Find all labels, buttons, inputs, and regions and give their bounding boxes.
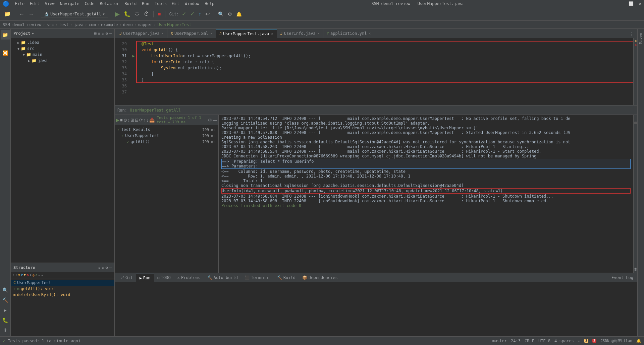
struct-method-delete[interactable]: m deleteUserByid(): void <box>11 292 114 298</box>
status-git-branch[interactable]: master <box>492 339 507 343</box>
run-button[interactable]: ▶ <box>114 10 121 18</box>
tab-close-icon-5[interactable]: ✕ <box>369 31 371 35</box>
run-config-display[interactable]: UserMapperTest.getAll <box>130 108 181 113</box>
collapse-button[interactable]: ⊟ <box>135 118 139 123</box>
collapse-all-icon[interactable]: ⊞ <box>94 31 97 36</box>
tab-userinfo-java[interactable]: J UserInfo.java ✕ <box>277 29 323 38</box>
struct-class[interactable]: C UserMapperTest <box>11 280 114 286</box>
breadcrumb-project[interactable]: SSM_demo1_review <box>3 22 42 27</box>
profile-button[interactable]: ⏱ <box>143 10 151 18</box>
breadcrumb-example[interactable]: example <box>101 22 118 27</box>
breadcrumb-test[interactable]: test <box>59 22 69 27</box>
struct-toolbar-a[interactable]: a <box>26 273 29 277</box>
run-settings-icon[interactable]: ⚙ <box>208 118 212 123</box>
menu-run[interactable]: Run <box>142 1 149 6</box>
code-content[interactable]: @Test void getAll() { List<UserInfo> ret… <box>136 38 633 105</box>
status-indent[interactable]: 4 spaces <box>554 339 574 343</box>
prev-failure[interactable]: ↑ <box>144 118 146 123</box>
tab-close-icon-4[interactable]: ✕ <box>318 31 320 35</box>
tab-usermapper-xml[interactable]: X UserMapper.xml ✕ <box>167 29 216 38</box>
tree-item-java[interactable]: ▶ 📁 java <box>11 58 114 64</box>
struct-toolbar-class[interactable]: ⊕ <box>18 273 20 277</box>
window-minimize[interactable]: — <box>621 1 623 6</box>
menu-help[interactable]: Help <box>205 1 214 6</box>
menu-tools[interactable]: Tools <box>155 1 167 6</box>
struct-close-icon[interactable]: — <box>109 265 112 270</box>
git-commit[interactable]: ✓ <box>189 10 196 18</box>
scroll-to-test[interactable]: ⟳ <box>139 118 143 123</box>
status-notifications[interactable]: 🔔 <box>636 339 641 343</box>
window-close[interactable]: ✕ <box>639 1 641 6</box>
project-tree[interactable]: ▶ 📁 .idea ▼ 📁 src ▼ 📁 main ▶ 📁 java <box>11 38 114 263</box>
stop-button[interactable]: ■ <box>156 10 162 18</box>
menu-git[interactable]: Git <box>172 1 179 6</box>
breadcrumb-com[interactable]: com <box>89 22 96 27</box>
settings-panel-icon[interactable]: ≡ <box>98 31 100 36</box>
struct-toolbar-sort2[interactable]: ↕ <box>15 273 17 277</box>
menu-build[interactable]: Build <box>124 1 137 6</box>
navigate-back[interactable]: ← <box>18 10 26 18</box>
status-position[interactable]: 24:3 <box>511 339 521 343</box>
find-sidebar-icon[interactable]: 🔍 <box>1 285 10 295</box>
tab-close-icon-3[interactable]: ✕ <box>271 32 273 36</box>
output-content[interactable]: 2023-07-03 14:49:54.712 INFO 22408 --- [… <box>219 115 633 273</box>
bottom-tab-git[interactable]: ⎇ Git <box>116 274 136 281</box>
rerun-button[interactable]: ▶ <box>116 118 119 123</box>
breadcrumb-mapper[interactable]: mapper <box>138 22 152 27</box>
expand-button[interactable]: ⊞ <box>130 118 134 123</box>
run-config-dropdown[interactable]: 🔬 UserMapperTest.getAll ▾ <box>41 11 108 17</box>
struct-toolbar-p[interactable]: P <box>21 273 23 277</box>
bottom-tab-autobuild[interactable]: 🔨 Auto-build <box>204 274 241 281</box>
filter-button[interactable]: ⊘ <box>123 118 127 123</box>
tab-usermappertest-java[interactable]: J UserMapperTest.java ✕ <box>216 29 277 38</box>
run-with-coverage[interactable]: 🛡 <box>133 10 141 18</box>
status-error-count[interactable]: 2 <box>592 339 596 343</box>
run-gutter-icon[interactable]: ▶ <box>131 54 136 60</box>
struct-toolbar-arrow1[interactable]: → <box>38 273 41 277</box>
bottom-tab-terminal[interactable]: ⬛ Terminal <box>241 274 274 281</box>
clear-output-icon[interactable]: 🗑 <box>634 267 637 271</box>
commit-sidebar-icon[interactable]: 🔀 <box>1 48 10 58</box>
build-sidebar-icon[interactable]: 🔨 <box>1 295 10 305</box>
struct-method-getall[interactable]: ✓ m getAll(): void <box>11 286 114 292</box>
struct-toolbar-lambda[interactable]: λ <box>35 273 38 277</box>
output-scrollbar[interactable]: 🗑 <box>633 115 637 273</box>
bottom-tab-todo[interactable]: ☑ TODO <box>154 274 174 281</box>
menu-file[interactable]: File <box>15 1 24 6</box>
test-class[interactable]: ✓ UserMapperTest 799 ms <box>115 133 218 139</box>
tab-application-yml[interactable]: Y application.yml ✕ <box>323 29 375 38</box>
structure-sidebar-icon[interactable] <box>1 66 10 76</box>
import-tests[interactable]: 📥 <box>149 118 155 123</box>
close-panel-icon[interactable]: — <box>109 31 112 36</box>
struct-toolbar-y[interactable]: Y <box>30 273 32 277</box>
navigate-forward[interactable]: → <box>27 10 35 18</box>
status-line-ending[interactable]: CRLF <box>525 339 534 343</box>
bottom-tab-deps[interactable]: 📦 Dependencies <box>299 274 341 281</box>
bottom-tab-build[interactable]: 🔨 Build <box>274 274 299 281</box>
tab-close-icon[interactable]: ✕ <box>162 31 164 35</box>
maven-sidebar-label[interactable]: Maven <box>638 30 644 47</box>
bottom-tab-run[interactable]: ▶ Run <box>136 274 154 282</box>
struct-toolbar-sort[interactable]: ↕ <box>12 273 14 277</box>
stop-run-button[interactable]: ■ <box>120 118 123 123</box>
event-log-button[interactable]: Event Log <box>611 275 633 280</box>
breadcrumb-java[interactable]: java <box>74 22 84 27</box>
status-encoding[interactable]: UTF-8 <box>538 339 550 343</box>
menu-edit[interactable]: Edit <box>30 1 40 6</box>
menu-navigate[interactable]: Navigate <box>60 1 79 6</box>
next-failure[interactable]: ↓ <box>147 118 149 123</box>
menu-code[interactable]: Code <box>85 1 95 6</box>
status-warning-count[interactable]: 3 <box>584 339 588 343</box>
tab-more-button[interactable]: ⋮ <box>627 30 636 38</box>
search-everywhere[interactable]: 🔍 <box>217 11 225 17</box>
git-push[interactable]: ↑ <box>197 10 203 18</box>
tree-item-idea[interactable]: ▶ 📁 .idea <box>11 40 114 46</box>
project-widget[interactable]: 📁 <box>3 10 12 18</box>
debug-sidebar-icon[interactable]: 🐛 <box>1 316 10 325</box>
breadcrumb-file[interactable]: UserMapperTest <box>158 22 192 27</box>
tree-item-src[interactable]: ▼ 📁 src <box>11 46 114 52</box>
window-maximize[interactable]: ⬜ <box>629 1 634 6</box>
tree-item-main[interactable]: ▼ 📁 main <box>11 52 114 58</box>
bottom-tab-problems[interactable]: ⚠ Problems <box>174 274 204 281</box>
sort-tests-button[interactable]: ↕ <box>128 118 130 123</box>
